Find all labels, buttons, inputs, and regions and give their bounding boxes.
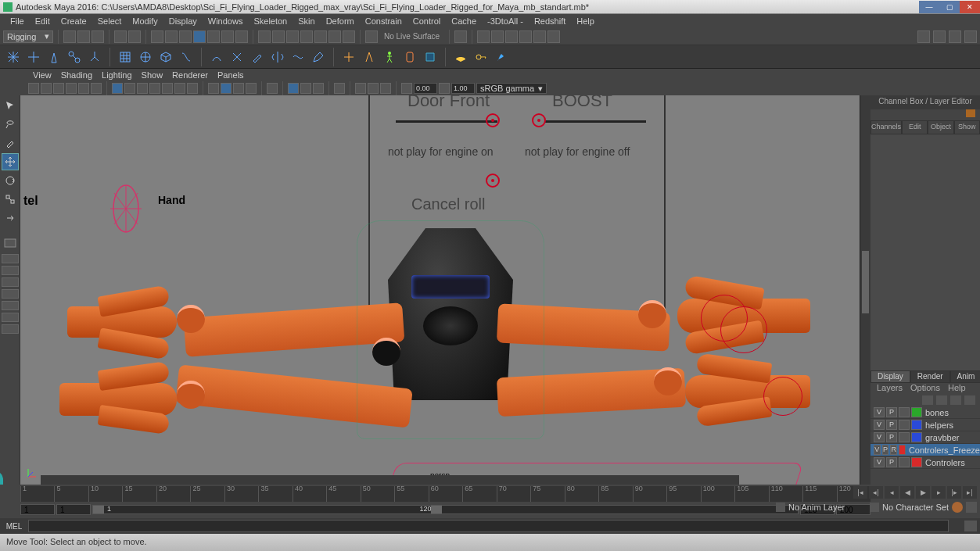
construction-hist-icon[interactable]	[454, 30, 467, 43]
layer-row-gravbber[interactable]: V P gravbber	[871, 431, 980, 444]
doorfront-slider[interactable]	[396, 120, 497, 123]
film-gate-icon[interactable]	[124, 83, 135, 94]
rig-ctrl-r2[interactable]	[720, 306, 767, 353]
tab-render[interactable]: Render	[910, 370, 950, 383]
shelf-edit-icon[interactable]	[310, 48, 327, 66]
menu-3dtoall[interactable]: -3DtoAll -	[482, 15, 529, 27]
xray-icon[interactable]	[313, 83, 324, 94]
shelf-lattice-icon[interactable]	[117, 48, 134, 66]
snap-curve-icon[interactable]	[272, 30, 285, 43]
go-end-button[interactable]: ▸|	[963, 486, 977, 499]
boost-knob[interactable]	[532, 113, 546, 127]
cancel-knob[interactable]	[486, 174, 500, 188]
paint-select-icon[interactable]	[179, 30, 192, 43]
layer-color[interactable]	[911, 457, 922, 467]
single-pane-icon[interactable]	[2, 234, 19, 252]
tab-anim[interactable]: Anim	[950, 370, 980, 383]
image-plane-icon[interactable]	[66, 83, 77, 94]
layer-play[interactable]: P	[882, 445, 889, 455]
menu-skin[interactable]: Skin	[293, 15, 320, 27]
play-fwd-button[interactable]: ▶	[916, 486, 930, 499]
anim-layer-dropdown[interactable]: No Anim Layer	[788, 503, 867, 512]
panel-layout3-icon[interactable]	[949, 30, 961, 43]
three-top-icon[interactable]	[2, 289, 19, 299]
cmd-lang-label[interactable]: MEL	[0, 522, 28, 531]
isolate-icon[interactable]	[267, 83, 278, 94]
doorfront-knob[interactable]	[486, 113, 500, 127]
smooth-shade-icon[interactable]	[221, 83, 232, 94]
new-layer-icon[interactable]	[950, 395, 961, 405]
camera-lock-icon[interactable]	[41, 83, 52, 94]
two-h-icon[interactable]	[2, 266, 19, 275]
lasso-tool[interactable]	[2, 116, 19, 133]
menu-file[interactable]: File	[5, 15, 30, 27]
outliner-icon[interactable]	[2, 324, 19, 334]
three-left-icon[interactable]	[2, 301, 19, 310]
viewport[interactable]: Door Front BOOST not play for engine on …	[20, 95, 860, 485]
use-all-lights-icon[interactable]	[300, 83, 311, 94]
shelf-wrap-icon[interactable]	[178, 48, 195, 66]
render-settings-icon[interactable]	[519, 30, 532, 43]
select-comp-icon[interactable]	[235, 30, 248, 43]
select-tool[interactable]	[2, 97, 19, 114]
shadows-icon[interactable]	[246, 83, 257, 94]
shelf-brush-icon[interactable]	[493, 48, 510, 66]
shelf-snapaxis-icon[interactable]	[25, 48, 42, 66]
snap-plane-icon[interactable]	[300, 30, 313, 43]
shelf-cluster-icon[interactable]	[137, 48, 154, 66]
menu-skeleton[interactable]: Skeleton	[248, 15, 293, 27]
shelf-human-icon[interactable]	[381, 48, 398, 66]
shelf-compass-icon[interactable]	[45, 48, 63, 66]
snap-grid-icon[interactable]	[258, 30, 271, 43]
menu-control[interactable]: Control	[407, 15, 446, 27]
shelf-detach-icon[interactable]	[228, 48, 246, 66]
safe-action-icon[interactable]	[174, 83, 185, 94]
command-input[interactable]	[28, 520, 949, 532]
prefs-icon[interactable]	[966, 502, 977, 513]
range-handle-right[interactable]	[431, 506, 442, 513]
save-scene-icon[interactable]	[92, 30, 104, 43]
light-manip-icon[interactable]	[547, 30, 560, 43]
undo-icon[interactable]	[114, 30, 127, 43]
viewport-vscroll[interactable]	[860, 95, 871, 485]
scale-tool[interactable]	[2, 191, 19, 208]
layer-play[interactable]: P	[886, 420, 897, 430]
minimize-button[interactable]: —	[919, 1, 939, 13]
grease-icon[interactable]	[91, 83, 102, 94]
help-menu[interactable]: Help	[948, 383, 966, 395]
layer-color[interactable]	[911, 432, 922, 442]
play-back-button[interactable]: ◀	[900, 486, 914, 499]
shelf-pose-icon[interactable]	[422, 48, 439, 66]
shelf-wireframe-icon[interactable]	[5, 48, 22, 66]
render-seq-icon[interactable]	[505, 30, 518, 43]
select-hier-icon[interactable]	[207, 30, 220, 43]
panel-renderer[interactable]: Renderer	[167, 70, 213, 81]
panel-lighting[interactable]: Lighting	[97, 70, 137, 81]
res-gate-icon[interactable]	[137, 83, 148, 94]
maximize-button[interactable]: ▢	[939, 1, 960, 13]
move-tool[interactable]	[2, 153, 19, 170]
new-layer-assign-icon[interactable]	[964, 395, 975, 405]
two-v-icon[interactable]	[2, 277, 19, 287]
panel-layout4-icon[interactable]	[964, 30, 977, 43]
layer-color[interactable]	[899, 445, 906, 455]
scene-scale-icon[interactable]	[439, 83, 450, 94]
step-fwd-key-button[interactable]: |▸	[947, 486, 961, 499]
render-icon[interactable]	[477, 30, 490, 43]
exposure-value-input[interactable]	[451, 83, 475, 94]
shelf-ik-icon[interactable]	[86, 48, 103, 66]
layer-vis[interactable]: V	[874, 445, 881, 455]
timeline-track[interactable]: 1510152025303540455055606570758085909510…	[20, 486, 871, 502]
exposure-icon[interactable]	[355, 83, 366, 94]
shelf-joint-icon[interactable]	[66, 48, 83, 66]
four-pane-icon[interactable]	[2, 254, 19, 263]
viewport-hscroll[interactable]	[41, 475, 739, 485]
layer-type[interactable]	[899, 407, 910, 417]
rotate-tool[interactable]	[2, 172, 19, 189]
menu-display[interactable]: Display	[163, 15, 203, 27]
range-bar[interactable]: 1 120	[92, 505, 799, 514]
step-back-button[interactable]: ◂	[885, 486, 899, 499]
panel-layout2-icon[interactable]	[933, 30, 946, 43]
view-transform-icon[interactable]	[380, 83, 391, 94]
three-bot-icon[interactable]	[2, 313, 19, 322]
